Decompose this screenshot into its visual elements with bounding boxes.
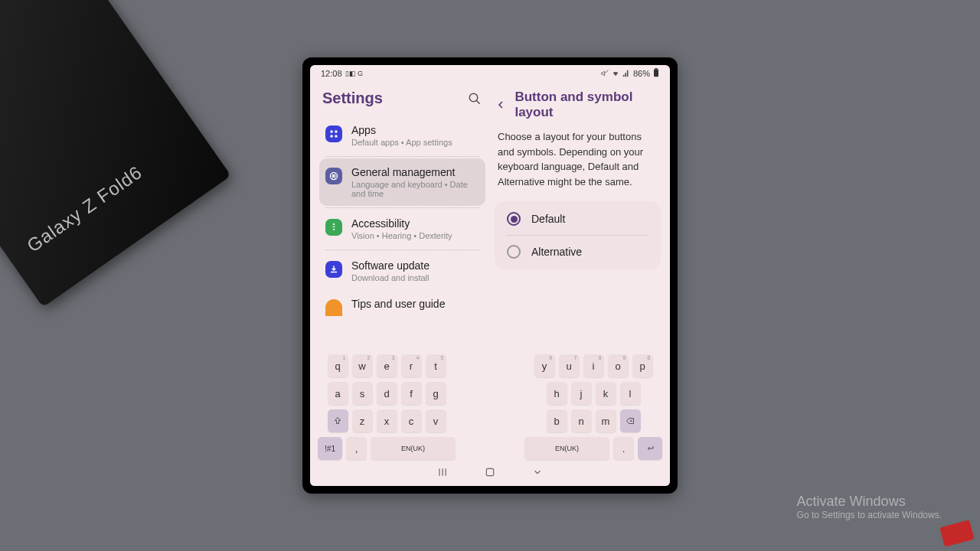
sidebar-item-software-update[interactable]: Software update Download and install — [319, 252, 485, 290]
svg-point-13 — [333, 223, 335, 225]
key-x[interactable]: x — [377, 409, 397, 432]
kb-row-4: EN(UK) . — [524, 437, 662, 460]
key-e[interactable]: e3 — [377, 354, 397, 377]
key-shift[interactable] — [328, 409, 348, 432]
kb-row-3: b n m — [524, 409, 662, 432]
item-subtitle: Default apps • App settings — [351, 138, 479, 147]
key-period[interactable]: . — [613, 437, 634, 460]
key-c[interactable]: c — [401, 409, 422, 432]
key-h[interactable]: h — [547, 382, 567, 405]
detail-description: Choose a layout for your buttons and sym… — [495, 129, 661, 201]
navigation-bar — [318, 460, 662, 483]
sidebar-item-general-management[interactable]: General management Language and keyboard… — [319, 158, 485, 206]
key-enter[interactable] — [638, 437, 662, 460]
product-box-prop: Galaxy Z Fold6 — [0, 0, 231, 308]
radio-label: Alternative — [531, 246, 582, 258]
mute-icon — [601, 70, 609, 77]
divider — [325, 249, 479, 250]
settings-header: Settings — [319, 86, 485, 116]
key-z[interactable]: z — [352, 409, 373, 432]
status-indicators: ▯◧ G — [345, 70, 364, 77]
settings-title: Settings — [322, 90, 383, 107]
item-subtitle: Language and keyboard • Date and time — [351, 180, 479, 198]
key-m[interactable]: m — [596, 409, 616, 432]
nav-recents[interactable] — [435, 466, 450, 478]
windows-watermark: Activate Windows Go to Settings to activ… — [797, 494, 942, 520]
key-comma[interactable]: , — [346, 437, 367, 460]
key-space-right[interactable]: EN(UK) — [524, 437, 609, 460]
detail-header: Button and symbol layout — [495, 86, 661, 129]
status-left: 12:08 ▯◧ G — [321, 69, 363, 78]
sidebar-item-apps[interactable]: Apps Default apps • App settings — [319, 116, 485, 155]
keyboard-left-half: q1 w2 e3 r4 t5 a s d f g — [318, 354, 456, 460]
key-l[interactable]: l — [620, 382, 641, 405]
key-backspace[interactable] — [620, 409, 641, 432]
nav-back[interactable] — [530, 466, 545, 478]
wifi-icon — [612, 70, 619, 77]
radio-circle — [507, 245, 521, 259]
kb-row-1: q1 w2 e3 r4 t5 — [318, 354, 456, 377]
key-q[interactable]: q1 — [328, 354, 348, 377]
device-frame: 12:08 ▯◧ G 86% — [302, 57, 678, 494]
sidebar-item-tips[interactable]: Tips and user guide — [319, 290, 485, 316]
sidebar-item-accessibility[interactable]: Accessibility Vision • Hearing • Dexteri… — [319, 210, 485, 248]
status-bar: 12:08 ▯◧ G 86% — [310, 65, 670, 80]
item-title: Software update — [351, 259, 479, 272]
key-j[interactable]: j — [571, 382, 592, 405]
keyboard-right-half: y6 u7 i8 o9 p0 h j k l b n — [524, 354, 662, 460]
radio-label: Default — [531, 213, 565, 225]
key-r[interactable]: r4 — [401, 354, 422, 377]
svg-line-0 — [605, 70, 608, 73]
key-v[interactable]: v — [426, 409, 446, 432]
red-label-prop — [939, 520, 974, 546]
key-o[interactable]: o9 — [608, 354, 629, 377]
kb-row-1: y6 u7 i8 o9 p0 — [524, 354, 662, 377]
signal-icon — [622, 70, 630, 77]
detail-panel: Button and symbol layout Choose a layout… — [490, 80, 670, 350]
key-s[interactable]: s — [352, 382, 373, 405]
update-icon — [325, 261, 342, 278]
settings-panel: Settings Apps Default apps • App setting… — [310, 80, 490, 350]
key-u[interactable]: u7 — [559, 354, 580, 377]
key-k[interactable]: k — [596, 382, 616, 405]
key-symbols[interactable]: !#1 — [318, 437, 342, 460]
kb-row-3: z x c v — [318, 409, 456, 432]
status-right: 86% — [601, 68, 659, 79]
watermark-subtitle: Go to Settings to activate Windows. — [797, 510, 942, 520]
key-i[interactable]: i8 — [583, 354, 604, 377]
key-b[interactable]: b — [547, 409, 567, 432]
key-space-left[interactable]: EN(UK) — [371, 437, 456, 460]
key-t[interactable]: t5 — [426, 354, 446, 377]
tips-icon — [325, 299, 342, 316]
general-icon — [325, 168, 342, 184]
key-p[interactable]: p0 — [632, 354, 653, 377]
item-subtitle: Download and install — [351, 273, 479, 282]
item-subtitle: Vision • Hearing • Dexterity — [351, 231, 479, 240]
battery-percent: 86% — [633, 69, 650, 78]
main-content: Settings Apps Default apps • App setting… — [310, 80, 670, 350]
svg-point-5 — [330, 130, 333, 133]
accessibility-icon — [325, 219, 342, 236]
svg-point-6 — [335, 130, 338, 133]
key-y[interactable]: y6 — [534, 354, 555, 377]
nav-home[interactable] — [482, 466, 498, 478]
radio-option-default[interactable]: Default — [496, 203, 659, 235]
svg-point-8 — [335, 135, 338, 138]
device-screen: 12:08 ▯◧ G 86% — [310, 65, 670, 486]
svg-rect-19 — [486, 468, 493, 475]
key-n[interactable]: n — [571, 409, 592, 432]
kb-row-4: !#1 , EN(UK) — [318, 437, 456, 460]
key-w[interactable]: w2 — [352, 354, 373, 377]
key-g[interactable]: g — [426, 382, 446, 405]
radio-option-alternative[interactable]: Alternative — [496, 236, 659, 268]
divider — [325, 207, 479, 208]
item-title: General management — [351, 166, 479, 178]
key-f[interactable]: f — [401, 382, 422, 405]
svg-rect-1 — [654, 70, 658, 77]
search-icon[interactable] — [467, 91, 482, 106]
key-a[interactable]: a — [328, 382, 348, 405]
radio-group: Default Alternative — [495, 201, 661, 269]
back-icon[interactable] — [495, 98, 507, 112]
svg-point-7 — [330, 135, 333, 138]
key-d[interactable]: d — [377, 382, 397, 405]
